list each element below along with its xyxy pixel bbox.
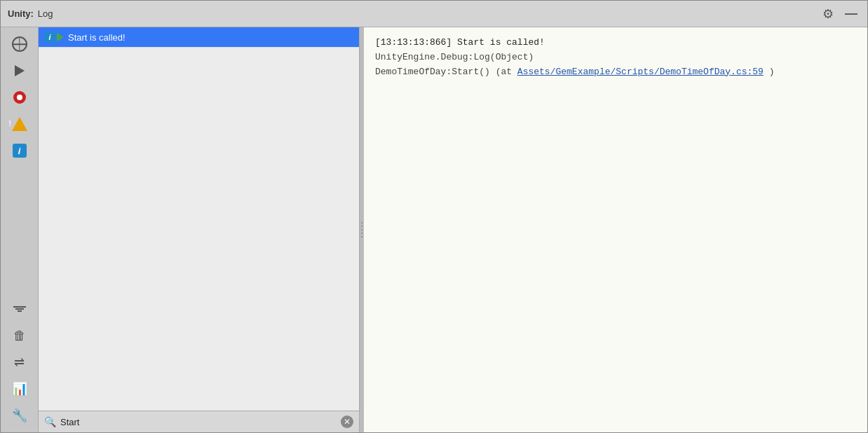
info-icon: i xyxy=(13,144,27,158)
main-area: ! i 🗑 ⇌ xyxy=(1,27,867,432)
sidebar-wrap-btn[interactable]: ⇌ xyxy=(7,350,32,375)
sidebar-error-btn[interactable] xyxy=(7,85,32,110)
detail-panel: [13:13:13:866] Start is called! UnityEng… xyxy=(364,27,867,432)
detail-line-3-prefix: DemoTimeOfDay:Start() (at xyxy=(375,67,512,77)
detail-line-1: [13:13:13:866] Start is called! xyxy=(375,36,856,50)
entry-play-icon xyxy=(57,33,64,41)
search-icon: 🔍 xyxy=(44,416,56,427)
wrap-icon: ⇌ xyxy=(14,355,25,370)
log-list-panel: i Start is called! 🔍 ✕ xyxy=(39,27,360,432)
unity-console-window: Unity: Log ⚙ — xyxy=(0,0,868,433)
sidebar-settings-btn[interactable]: 🔧 xyxy=(7,403,32,428)
trash-icon: 🗑 xyxy=(13,329,26,343)
sidebar-clear-btn[interactable]: 🗑 xyxy=(7,323,32,348)
play-icon xyxy=(15,65,25,76)
search-input[interactable] xyxy=(60,417,337,427)
log-entry[interactable]: i Start is called! xyxy=(39,27,359,48)
detail-file-link[interactable]: Assets/GemExample/Scripts/DemoTimeOfDay.… xyxy=(517,67,764,77)
detail-line-2: UnityEngine.Debug:Log(Object) xyxy=(375,50,856,65)
gear-button[interactable]: ⚙ xyxy=(820,4,836,25)
sidebar-globe-btn[interactable] xyxy=(7,32,32,57)
collapse-icon xyxy=(13,306,26,312)
sidebar-play-btn[interactable] xyxy=(7,58,32,83)
sidebar-warning-btn[interactable]: ! xyxy=(7,111,32,137)
log-list[interactable]: i Start is called! xyxy=(39,27,359,411)
clear-icon: ✕ xyxy=(344,417,351,427)
sidebar-chart-btn[interactable]: 📊 xyxy=(7,376,32,401)
tab-name: Log xyxy=(38,8,53,19)
entry-icons: i xyxy=(44,32,64,43)
drag-dots xyxy=(361,222,362,238)
globe-icon xyxy=(12,36,27,52)
gear-icon: ⚙ xyxy=(822,6,834,22)
log-entry-text: Start is called! xyxy=(68,32,126,43)
warning-icon: ! xyxy=(12,117,27,131)
title-bar-right: ⚙ — xyxy=(820,4,860,25)
title-bar-left: Unity: Log xyxy=(8,8,53,19)
wrench-icon: 🔧 xyxy=(12,408,27,423)
error-icon xyxy=(13,91,26,104)
entry-info-icon: i xyxy=(44,32,55,43)
detail-line-3-suffix: ) xyxy=(769,67,775,77)
search-bar: 🔍 ✕ xyxy=(39,411,359,432)
sidebar-collapse-btn[interactable] xyxy=(7,296,32,322)
sidebar: ! i 🗑 ⇌ xyxy=(1,27,39,432)
minimize-button[interactable]: — xyxy=(842,4,860,24)
chart-icon: 📊 xyxy=(12,381,27,397)
title-bar: Unity: Log ⚙ — xyxy=(1,1,867,27)
app-name: Unity: xyxy=(8,8,34,19)
detail-line-3: DemoTimeOfDay:Start() (at Assets/GemExam… xyxy=(375,65,856,80)
search-clear-button[interactable]: ✕ xyxy=(341,415,353,428)
sidebar-info-btn[interactable]: i xyxy=(7,138,32,163)
minus-icon: — xyxy=(845,6,857,21)
